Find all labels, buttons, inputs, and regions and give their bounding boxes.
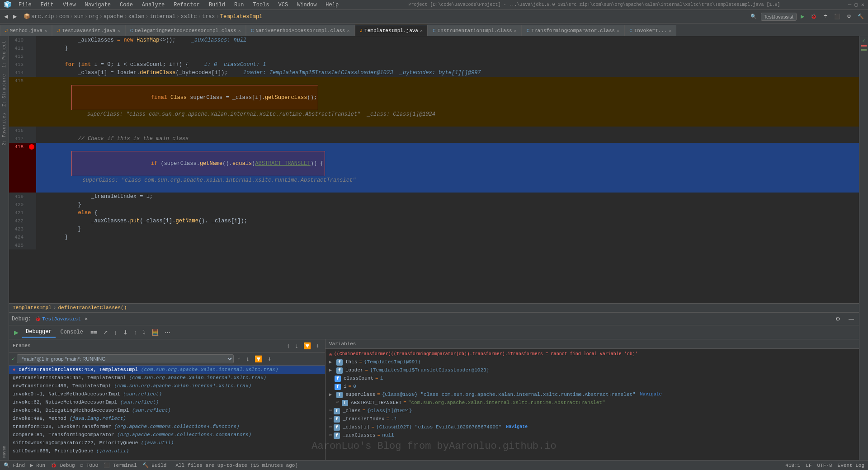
frame-item-6[interactable]: invoke:498, Method (java.lang.reflect)	[9, 414, 325, 423]
tab-close-method[interactable]: ✕	[44, 28, 47, 33]
toolbar-search-icon[interactable]: 🔍	[748, 12, 759, 21]
line-sep[interactable]: LF	[806, 463, 811, 468]
run-btn[interactable]: ▶	[798, 12, 807, 21]
run-status-btn[interactable]: ▶ Run	[30, 462, 45, 468]
debug-settings-btn[interactable]: ⚙	[833, 315, 843, 324]
var-item-superclass[interactable]: ▶ f superClass = {Class@1029} "class com…	[326, 391, 859, 399]
menu-navigate[interactable]: Navigate	[83, 1, 113, 9]
step-out-btn[interactable]: ↑	[132, 328, 139, 337]
tab-templatesimpl[interactable]: J TemplatesImpl.java ✕	[355, 25, 428, 36]
find-btn[interactable]: 🔍 Find	[4, 462, 25, 468]
menu-file[interactable]: File	[17, 1, 33, 9]
tab-method-java[interactable]: J Method.java ✕	[0, 25, 52, 36]
console-tab[interactable]: Console	[57, 327, 87, 337]
settings-icon[interactable]: ⚙	[844, 12, 854, 21]
build-btn[interactable]: 🔨 Build	[142, 462, 167, 468]
debug-run-btn[interactable]: 🐞	[808, 12, 819, 21]
menu-tools[interactable]: Tools	[251, 1, 271, 9]
debug-minimize-btn[interactable]: —	[846, 315, 856, 324]
stop-btn[interactable]: ⬛	[832, 12, 843, 21]
debug-config-tab[interactable]: 🐞 TestJavassist	[35, 316, 81, 322]
frame-item-3[interactable]: invoke0:-1, NativeMethodAccessorImpl (su…	[9, 390, 325, 398]
encoding[interactable]: UTF-8	[817, 463, 832, 468]
bc-srczip[interactable]: 📦 src.zip	[24, 13, 54, 20]
frame-item-2[interactable]: newTransformer:486, TemplatesImpl (com.s…	[9, 382, 325, 390]
code-editor[interactable]: 410 _auxClasses = new HashMap<>(); _auxC…	[9, 36, 859, 303]
tab-nativemethod[interactable]: C NativeMethodAccessorImpl.class ✕	[246, 25, 355, 36]
tab-close-templatesimpl[interactable]: ✕	[420, 28, 423, 33]
maven-icon[interactable]: Maven	[1, 444, 8, 459]
menu-build[interactable]: Build	[207, 1, 227, 9]
run-to-cursor-btn[interactable]: ⤵	[140, 328, 148, 337]
close-debug-tab[interactable]: ✕	[85, 315, 88, 322]
favorites-tab[interactable]: 2: Favorites	[1, 110, 8, 148]
frame-item-7[interactable]: transform:129, InvokerTransformer (org.a…	[9, 423, 325, 431]
debugger-tab[interactable]: Debugger	[22, 327, 56, 338]
bc-org[interactable]: org	[89, 14, 99, 20]
tab-delegating[interactable]: C DelegatingMethodAccessorImpl.class ✕	[125, 25, 246, 36]
menu-vcs[interactable]: VCS	[277, 1, 290, 9]
resume-btn[interactable]: ▶	[12, 328, 21, 337]
thread-selector[interactable]: *main*@1 in group *main*: RUNNING	[17, 354, 234, 363]
frame-item-4[interactable]: invoke:62, NativeMethodAccessorImpl (sun…	[9, 398, 325, 406]
frame-item-5[interactable]: invoke:43, DelegatingMethodAccessorImpl …	[9, 406, 325, 414]
bc-internal[interactable]: internal	[150, 14, 176, 20]
bc-sun[interactable]: sun	[74, 14, 84, 20]
frame-item-1[interactable]: getTransletInstance:451, TemplatesImpl (…	[9, 374, 325, 382]
menu-run[interactable]: Run	[232, 1, 246, 9]
frames-down-btn[interactable]: ↓	[293, 341, 300, 350]
thread-up-btn[interactable]: ↑	[236, 354, 242, 363]
run-config-dropdown[interactable]: TestJavassist	[761, 13, 797, 21]
thread-down-btn[interactable]: ↓	[244, 354, 251, 363]
breadcrumb-method[interactable]: defineTransletClasses()	[58, 305, 127, 310]
bc-trax[interactable]: trax	[202, 14, 215, 20]
bc-apache[interactable]: apache	[104, 14, 123, 20]
toolbar-back-btn[interactable]: ◀	[2, 12, 10, 21]
menu-edit[interactable]: Edit	[39, 1, 56, 9]
frame-item-10[interactable]: siftDown:688, PriorityQueue (java.util)	[9, 447, 325, 455]
tab-close-transform[interactable]: ✕	[617, 28, 619, 33]
menu-view[interactable]: View	[61, 1, 78, 9]
tab-close-testjavassist[interactable]: ✕	[118, 28, 120, 33]
bc-com[interactable]: com	[59, 14, 69, 20]
thread-filter-btn[interactable]: 🔽	[253, 354, 264, 363]
tab-testjavassist[interactable]: J TestJavassist.java ✕	[52, 25, 125, 36]
menu-help[interactable]: Help	[324, 1, 340, 9]
force-step-into-btn[interactable]: ⬇	[121, 328, 130, 337]
todo-btn[interactable]: ☑ TODO	[80, 462, 99, 468]
cursor-position[interactable]: 418:1	[785, 463, 800, 468]
frame-item-8[interactable]: compare:81, TransformingComparator (org.…	[9, 431, 325, 439]
coverage-btn[interactable]: ☂	[821, 12, 830, 21]
thread-add-btn[interactable]: +	[266, 354, 273, 363]
toolbar-forward-btn[interactable]: ▶	[11, 12, 19, 21]
frame-item-0[interactable]: ● defineTransletClasses:418, TemplatesIm…	[9, 366, 325, 374]
menu-refactor[interactable]: Refactor	[172, 1, 202, 9]
breadcrumb-class[interactable]: TemplatesImpl	[13, 305, 52, 310]
menu-code[interactable]: Code	[118, 1, 135, 9]
evaluate-btn[interactable]: 🧮	[149, 328, 161, 337]
step-into-btn[interactable]: ↓	[112, 328, 119, 337]
var-item-class-i[interactable]: ∞ f _class[i] = {Class@1027} "class Evil…	[326, 423, 859, 432]
frames-filter-btn[interactable]: 🔽	[302, 341, 313, 350]
superclass-navigate-link[interactable]: Navigate	[640, 392, 662, 397]
step-over-btn[interactable]: ↗	[101, 328, 110, 337]
tab-close-native[interactable]: ✕	[347, 28, 349, 33]
var-item-loader[interactable]: ▶ f loader = {TemplatesImpl$TransletClas…	[326, 367, 859, 375]
var-item-class[interactable]: ∞ f _class = {Class[1]@1024}	[326, 407, 859, 415]
class-i-navigate-link[interactable]: Navigate	[506, 424, 528, 429]
tab-invoker[interactable]: C InvokerT... ✕	[624, 25, 676, 36]
more-dbg-btn[interactable]: ⋯	[162, 328, 173, 337]
tab-close-instr[interactable]: ✕	[514, 28, 517, 33]
var-item-this[interactable]: ▶ f this = {TemplatesImpl@991}	[326, 358, 859, 367]
project-tab[interactable]: 1: Project	[1, 38, 8, 70]
tab-close-invoker[interactable]: ✕	[669, 28, 671, 33]
menu-analyze[interactable]: Analyze	[140, 1, 166, 9]
menu-window[interactable]: Window	[295, 1, 318, 9]
bc-xsltc[interactable]: xsltc	[181, 14, 197, 20]
debug-status-btn[interactable]: 🐞 Debug	[51, 462, 75, 468]
frame-item-9[interactable]: siftDownUsingComparator:722, PriorityQue…	[9, 439, 325, 447]
build-project-btn[interactable]: 🔨	[855, 12, 866, 21]
frames-up-btn[interactable]: ↑	[285, 341, 292, 350]
bc-xalan[interactable]: xalan	[128, 14, 144, 20]
bc-templatesimpl[interactable]: TemplatesImpl	[220, 14, 263, 20]
